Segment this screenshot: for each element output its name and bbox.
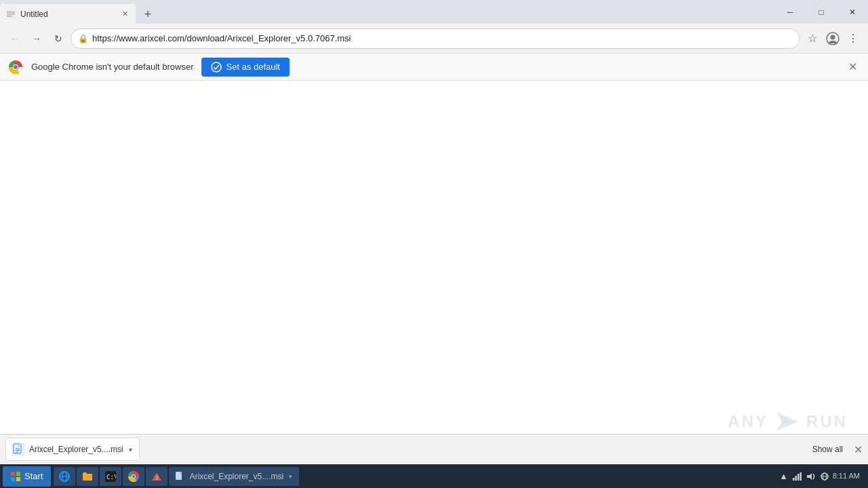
download-item: Arixcel_Explorer_v5....msi ▾ <box>5 438 140 461</box>
set-default-label: Set as default <box>226 62 280 72</box>
download-bar-close-button[interactable]: ✕ <box>854 443 863 456</box>
system-tray: ▲ <box>778 471 830 482</box>
taskbar-chrome-icon <box>128 471 139 482</box>
taskbar-item-warning[interactable]: ! <box>146 467 167 486</box>
main-content <box>0 81 868 434</box>
system-clock: 8:11 AM <box>833 471 860 481</box>
svg-rect-36 <box>800 472 802 481</box>
tab-strip: Untitled ✕ + <box>0 0 157 24</box>
back-button[interactable]: ← <box>5 29 24 48</box>
tray-network-icon[interactable] <box>792 471 803 482</box>
svg-rect-34 <box>795 476 797 481</box>
download-filename: Arixcel_Explorer_v5....msi <box>29 445 123 454</box>
notification-message: Google Chrome isn't your default browser <box>31 62 193 72</box>
svg-point-5 <box>831 35 835 39</box>
taskbar-item-cmd[interactable]: C:\ <box>100 467 121 486</box>
svg-marker-37 <box>807 473 812 480</box>
taskbar: Start C:\ <box>0 464 868 488</box>
taskbar-ie-icon <box>59 471 70 482</box>
title-bar: Untitled ✕ + ─ □ ✕ <box>0 0 868 24</box>
download-file-icon <box>12 443 25 456</box>
clock-time: 8:11 AM <box>833 471 860 481</box>
active-tab[interactable]: Untitled ✕ <box>0 4 136 24</box>
tab-favicon <box>5 9 16 20</box>
download-bar: Arixcel_Explorer_v5....msi ▾ Show all ✕ <box>0 434 868 464</box>
svg-marker-11 <box>776 412 798 431</box>
maximize-button[interactable]: □ <box>806 0 837 24</box>
taskbar-items: C:\ ! <box>54 467 772 486</box>
toolbar-right: ☆ ⋮ <box>803 29 863 48</box>
menu-button[interactable]: ⋮ <box>844 29 863 48</box>
taskbar-download-label: Arixcel_Explorer_v5....msi <box>189 472 283 481</box>
account-button[interactable] <box>823 29 842 48</box>
lock-icon: 🔒 <box>78 34 88 43</box>
address-bar[interactable]: 🔒 https://www.arixcel.com/download/Arixc… <box>71 28 800 49</box>
set-default-button[interactable]: Set as default <box>201 58 290 77</box>
svg-text:C:\: C:\ <box>106 474 116 481</box>
taskbar-folder-icon <box>82 471 93 482</box>
svg-point-9 <box>14 65 18 69</box>
url-text: https://www.arixcel.com/download/Arixcel… <box>92 33 793 43</box>
taskbar-item-download[interactable]: Arixcel_Explorer_v5....msi ▾ <box>169 467 299 486</box>
taskbar-item-chrome[interactable] <box>123 467 144 486</box>
taskbar-item-folder[interactable] <box>77 467 98 486</box>
start-button[interactable]: Start <box>3 466 51 487</box>
taskbar-download-file-icon <box>174 471 185 482</box>
svg-text:!: ! <box>156 474 158 481</box>
svg-rect-3 <box>7 16 12 17</box>
bookmark-button[interactable]: ☆ <box>803 29 822 48</box>
anyrun-watermark: ANY RUN <box>728 409 848 434</box>
tab-close-button[interactable]: ✕ <box>119 9 130 20</box>
svg-rect-20 <box>16 477 20 481</box>
svg-rect-13 <box>18 444 21 447</box>
tab-title: Untitled <box>20 9 117 19</box>
close-button[interactable]: ✕ <box>837 0 868 24</box>
anyrun-text-any: ANY <box>728 412 768 431</box>
svg-rect-2 <box>7 14 15 15</box>
svg-rect-18 <box>16 472 20 476</box>
tray-show-icons[interactable]: ▲ <box>778 471 789 482</box>
taskbar-item-explorer[interactable] <box>54 467 75 486</box>
reload-button[interactable]: ↻ <box>49 29 68 48</box>
tray-volume-icon[interactable] <box>806 471 816 482</box>
taskbar-right: ▲ <box>773 464 865 488</box>
svg-rect-33 <box>793 478 795 481</box>
notification-close-button[interactable]: ✕ <box>846 58 860 76</box>
svg-point-10 <box>212 62 221 72</box>
show-all-downloads-button[interactable]: Show all <box>807 442 848 457</box>
anyrun-text-run: RUN <box>806 412 848 431</box>
taskbar-cmd-icon: C:\ <box>105 471 116 482</box>
new-tab-button[interactable]: + <box>138 5 157 24</box>
minimize-button[interactable]: ─ <box>774 0 806 24</box>
start-label: Start <box>24 471 43 481</box>
tray-language-icon[interactable] <box>819 471 830 482</box>
svg-rect-19 <box>11 477 15 481</box>
notification-bar: Google Chrome isn't your default browser… <box>0 54 868 81</box>
taskbar-warning-icon: ! <box>151 471 162 482</box>
download-chevron-button[interactable]: ▾ <box>127 445 134 455</box>
toolbar: ← → ↻ 🔒 https://www.arixcel.com/download… <box>0 24 868 54</box>
svg-rect-32 <box>180 472 182 474</box>
chrome-logo-icon <box>8 60 23 75</box>
window-controls: ─ □ ✕ <box>774 0 868 24</box>
svg-rect-35 <box>797 474 800 481</box>
svg-rect-1 <box>7 12 15 13</box>
taskbar-download-chevron[interactable]: ▾ <box>288 472 294 481</box>
forward-button[interactable]: → <box>27 29 46 48</box>
svg-point-28 <box>132 474 135 477</box>
svg-rect-17 <box>11 472 15 476</box>
